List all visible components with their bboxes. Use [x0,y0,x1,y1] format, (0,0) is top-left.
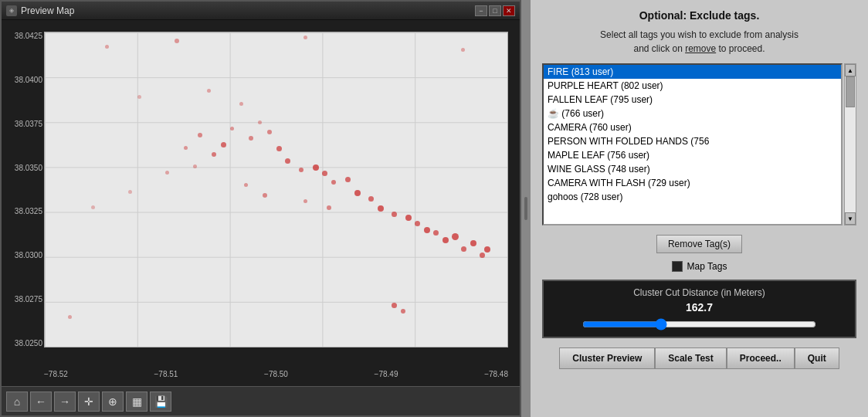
tag-list-scrollbar[interactable]: ▲ ▼ [844,63,856,225]
panel-title: Optional: Exclude tags. [542,9,856,22]
y-label-1: 38.0400 [5,76,42,84]
map-tags-row: Map Tags [542,261,856,272]
data-point [105,45,109,49]
window-title: Preview Map [21,5,74,16]
data-point [461,246,466,252]
back-button[interactable]: ← [30,392,52,412]
grid-button[interactable]: ▦ [126,392,147,412]
data-point [368,196,374,202]
data-point [433,230,439,236]
data-point [442,237,449,243]
tag-item-gohoos[interactable]: gohoos (728 user) [544,190,841,204]
x-label-4: −78.48 [484,370,508,378]
map-tags-label: Map Tags [687,261,727,272]
title-bar: ◈ Preview Map − □ ✕ [2,2,520,20]
tag-item-fallen-leaf[interactable]: FALLEN LEAF (795 user) [544,93,841,107]
map-content: 38.0425 38.0400 38.0375 38.0350 38.0325 … [2,20,520,386]
map-toolbar: ⌂ ← → ✛ ⊕ ▦ 💾 [2,386,520,415]
app-icon: ◈ [6,5,17,16]
data-point [313,164,319,171]
y-label-4: 38.0325 [5,207,42,215]
tag-item-wine-glass[interactable]: WINE GLASS (748 user) [544,162,841,176]
data-point [345,177,351,182]
y-axis: 38.0425 38.0400 38.0375 38.0350 38.0325 … [5,32,42,348]
x-label-0: −78.52 [44,370,68,378]
data-point [221,142,226,147]
tag-item-coffee[interactable]: ☕ (766 user) [544,107,841,120]
data-point [470,240,476,246]
resize-handle[interactable] [521,0,531,417]
data-point [415,221,420,226]
data-point [249,136,253,141]
data-point [303,199,307,203]
y-label-2: 38.0375 [5,120,42,128]
data-point [184,146,188,150]
x-label-1: −78.51 [154,370,178,378]
data-point [424,227,430,233]
home-button[interactable]: ⌂ [6,392,28,412]
tag-item-fire[interactable]: FIRE (813 user) [544,65,841,79]
data-point [452,233,459,240]
scroll-track [845,76,856,212]
x-label-2: −78.50 [264,370,288,378]
title-bar-controls: − □ ✕ [475,5,515,16]
scroll-up-button[interactable]: ▲ [845,64,856,76]
data-point [68,315,72,319]
data-point [137,95,141,99]
data-point [198,133,202,137]
data-point [480,253,485,258]
x-axis: −78.52 −78.51 −78.50 −78.49 −78.48 [44,370,508,378]
data-point [263,193,267,198]
map-tags-checkbox[interactable] [672,261,683,272]
close-button[interactable]: ✕ [503,5,515,16]
tag-item-folded-hands[interactable]: PERSON WITH FOLDED HANDS (756 [544,134,841,148]
data-point [303,36,307,39]
data-point [193,164,197,168]
proceed-button[interactable]: Proceed.. [727,348,795,369]
cluster-preview-button[interactable]: Cluster Preview [559,348,655,369]
scroll-thumb[interactable] [846,76,855,107]
y-label-5: 38.0300 [5,251,42,259]
data-point [258,120,262,124]
data-point [392,303,397,308]
y-label-6: 38.0275 [5,295,42,303]
data-point [244,183,248,187]
bottom-buttons: Cluster Preview Scale Test Proceed.. Qui… [542,348,856,369]
y-label-3: 38.0350 [5,164,42,172]
cluster-value: 162.7 [553,301,846,314]
tag-item-camera-flash[interactable]: CAMERA WITH FLASH (729 user) [544,176,841,190]
pan-button[interactable]: ✛ [78,392,100,412]
y-label-0: 38.0425 [5,32,42,40]
data-point [276,146,282,151]
data-point [212,152,216,157]
minimize-button[interactable]: − [475,5,487,16]
zoom-button[interactable]: ⊕ [102,392,124,412]
save-button[interactable]: 💾 [150,392,171,412]
tag-item-purple-heart[interactable]: PURPLE HEART (802 user) [544,79,841,93]
data-point [207,89,211,93]
resize-handle-grip [524,197,527,220]
y-label-7: 38.0250 [5,339,42,348]
maximize-button[interactable]: □ [489,5,501,16]
tag-item-camera[interactable]: CAMERA (760 user) [544,120,841,134]
data-point [392,212,397,217]
data-point [331,180,336,185]
right-panel: Optional: Exclude tags. Select all tags … [531,0,868,417]
data-point [267,130,272,134]
cluster-slider[interactable] [582,318,816,331]
data-point [299,168,303,172]
scale-test-button[interactable]: Scale Test [655,348,726,369]
data-point [378,205,384,212]
remove-tags-button[interactable]: Remove Tag(s) [656,235,742,253]
scroll-down-button[interactable]: ▼ [845,212,856,225]
quit-button[interactable]: Quit [795,348,839,369]
data-point [285,158,290,164]
map-window: ◈ Preview Map − □ ✕ 38.0425 38.0400 38.0… [0,0,521,417]
data-point [327,205,331,210]
tag-item-maple-leaf[interactable]: MAPLE LEAF (756 user) [544,148,841,162]
forward-button[interactable]: → [54,392,76,412]
data-point [175,39,179,43]
title-bar-left: ◈ Preview Map [6,5,74,16]
tag-list[interactable]: FIRE (813 user) PURPLE HEART (802 user) … [542,63,843,225]
x-label-3: −78.49 [375,370,398,378]
